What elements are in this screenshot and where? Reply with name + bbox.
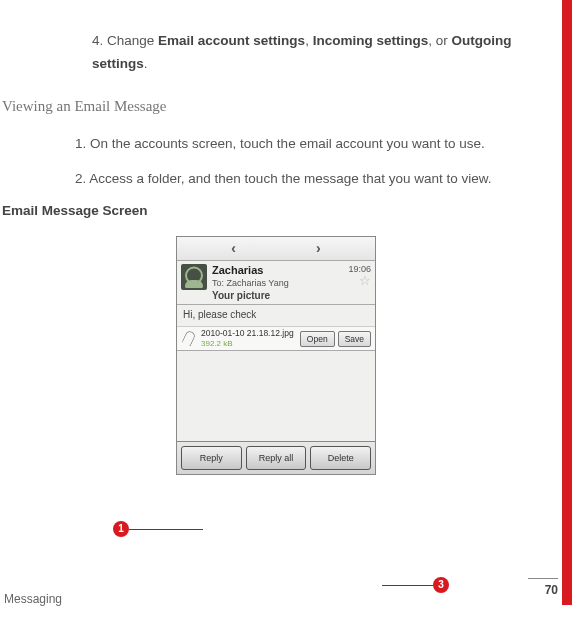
body-spacer xyxy=(177,351,375,441)
callout-1: 1 xyxy=(113,521,129,537)
page-number: 70 xyxy=(528,578,558,597)
delete-button[interactable]: Delete xyxy=(310,446,371,470)
step-2: 2. Access a folder, and then touch the m… xyxy=(0,168,552,191)
paperclip-icon xyxy=(181,331,197,347)
subject-line: Your picture xyxy=(212,290,348,303)
reply-all-button[interactable]: Reply all xyxy=(246,446,307,470)
open-button[interactable]: Open xyxy=(300,331,335,347)
reply-button[interactable]: Reply xyxy=(181,446,242,470)
attachment-row: 2010-01-10 21.18.12.jpg 392.2 kB Open Sa… xyxy=(177,326,375,351)
attachment-size: 392.2 kB xyxy=(201,339,300,348)
right-stripe xyxy=(562,0,572,605)
attachment-filename: 2010-01-10 21.18.12.jpg xyxy=(201,329,300,339)
nav-bar: ‹ › xyxy=(177,237,375,261)
callout-1-line xyxy=(129,529,203,530)
time-column: 19:06 ☆ xyxy=(348,264,371,287)
step-4-bold-2: Incoming settings xyxy=(313,33,429,48)
phone-screen: ‹ › Zacharias To: Zacharias Yang Your pi… xyxy=(176,236,376,475)
step-4-post: . xyxy=(144,56,148,71)
step-1: 1. On the accounts screen, touch the ema… xyxy=(0,133,552,156)
save-button[interactable]: Save xyxy=(338,331,371,347)
message-header: Zacharias To: Zacharias Yang Your pictur… xyxy=(177,261,375,305)
callout-3-line xyxy=(382,585,433,586)
attachment-buttons: Open Save xyxy=(300,331,371,347)
step-4-number: 4. xyxy=(92,33,103,48)
phone-screenshot-wrap: 1 2 3 ‹ › Zacharias To: Zacharias Yang Y… xyxy=(0,236,552,475)
footer-section: Messaging xyxy=(4,592,62,606)
step-4-bold-1: Email account settings xyxy=(158,33,305,48)
header-text: Zacharias To: Zacharias Yang Your pictur… xyxy=(212,264,348,303)
prev-message-button[interactable]: ‹ xyxy=(231,240,236,256)
step-4-sep1: , xyxy=(305,33,313,48)
step-4-text-pre: Change xyxy=(107,33,158,48)
callout-3: 3 xyxy=(433,577,449,593)
sender-name: Zacharias xyxy=(212,264,348,278)
avatar-icon xyxy=(181,264,207,290)
star-icon[interactable]: ☆ xyxy=(348,274,371,287)
attachment-text: 2010-01-10 21.18.12.jpg 392.2 kB xyxy=(201,329,300,348)
next-message-button[interactable]: › xyxy=(316,240,321,256)
section-title: Viewing an Email Message xyxy=(0,98,552,115)
to-line: To: Zacharias Yang xyxy=(212,278,348,289)
step-4-sep2: , or xyxy=(428,33,451,48)
bottom-bar: Reply Reply all Delete xyxy=(177,441,375,474)
message-body: Hi, please check xyxy=(177,305,375,326)
subheading: Email Message Screen xyxy=(2,203,552,218)
step-4: 4. Change Email account settings, Incomi… xyxy=(0,30,552,76)
